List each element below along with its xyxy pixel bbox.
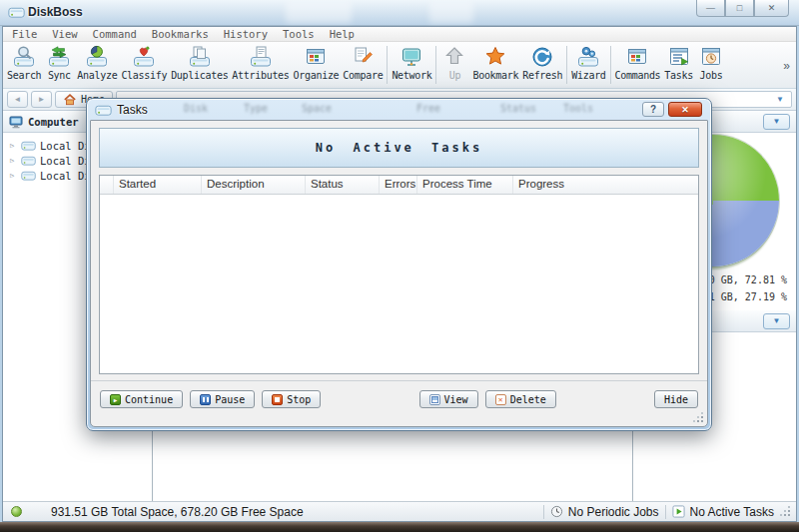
search-icon	[12, 45, 36, 69]
column-process-time[interactable]: Process Time	[417, 176, 513, 194]
toolbar-button-organize[interactable]: Organize	[292, 43, 342, 81]
continue-button[interactable]: ▶ Continue	[100, 390, 183, 408]
toolbar-button-compare[interactable]: Compare	[341, 43, 385, 81]
resize-grip[interactable]	[780, 507, 790, 517]
home-icon	[63, 93, 77, 106]
toolbar-button-wizard[interactable]: Wizard	[569, 43, 607, 81]
toolbar-button-up[interactable]: Up	[438, 43, 470, 81]
statusbar-separator	[543, 505, 544, 519]
drive-icon	[21, 155, 36, 167]
window-bottom-frame	[0, 522, 799, 532]
background-window-ghost	[286, 2, 352, 23]
toolbar-button-classify[interactable]: Classify	[119, 43, 169, 81]
column-errors[interactable]: Errors	[380, 176, 417, 194]
delete-button[interactable]: ✕ Delete	[485, 390, 556, 408]
commands-icon	[625, 45, 649, 69]
status-led-icon	[11, 506, 22, 517]
dialog-drive-icon	[95, 103, 112, 116]
panel-dropdown-button[interactable]: ▼	[763, 313, 790, 329]
jobs-icon	[699, 45, 723, 69]
analyze-icon	[85, 45, 109, 69]
toolbar-button-jobs[interactable]: Jobs	[695, 43, 727, 81]
menu-bookmarks[interactable]: Bookmarks	[152, 28, 209, 40]
pause-button[interactable]: Pause	[190, 390, 255, 408]
tasks-dialog: Tasks Disk Type Space Free Status Tools …	[86, 98, 712, 431]
toolbar-separator	[610, 46, 611, 84]
column-description[interactable]: Description	[202, 176, 306, 194]
address-dropdown-button[interactable]: ▼	[769, 92, 791, 107]
status-bar-right: No Periodic Jobs No Active Tasks	[543, 505, 790, 519]
stop-button[interactable]: Stop	[262, 390, 321, 408]
toolbar-button-bookmark[interactable]: Bookmark	[470, 43, 520, 81]
toolbar-overflow-chevron[interactable]: »	[783, 59, 794, 73]
tasks-dialog-body: No Active Tasks Started Description Stat…	[90, 120, 708, 427]
pause-icon	[200, 394, 211, 405]
minimize-button[interactable]: —	[696, 0, 725, 17]
dialog-separator	[91, 380, 707, 381]
forward-button[interactable]: ►	[31, 91, 52, 108]
tasks-icon	[667, 45, 691, 69]
toolbar-button-duplicates[interactable]: Duplicates	[169, 43, 230, 81]
dialog-help-button[interactable]: ?	[642, 102, 664, 117]
tasks-table[interactable]: Started Description Status Errors Proces…	[99, 175, 699, 374]
column-status[interactable]: Status	[306, 176, 380, 194]
disk-space-status: 931.51 GB Total Space, 678.20 GB Free Sp…	[51, 505, 304, 519]
active-tasks-status[interactable]: No Active Tasks	[672, 505, 774, 519]
maximize-button[interactable]: □	[725, 0, 754, 17]
dialog-title: Tasks	[117, 103, 148, 117]
window-controls: — □ ✕	[696, 0, 789, 17]
view-button[interactable]: View	[419, 390, 478, 408]
app-icon	[8, 5, 25, 18]
window-title: DiskBoss	[28, 5, 83, 19]
menu-file[interactable]: File	[12, 28, 37, 40]
drive-icon	[21, 140, 36, 152]
window-titlebar[interactable]: DiskBoss — □ ✕	[0, 0, 799, 26]
main-toolbar: Search Sync Analyze Classify Duplicates …	[3, 42, 796, 89]
expander-icon[interactable]: ▷	[10, 172, 17, 180]
back-button[interactable]: ◄	[7, 91, 28, 108]
ghost-column-type: Type	[244, 103, 268, 114]
hide-button[interactable]: Hide	[654, 390, 698, 408]
toolbar-button-sync[interactable]: Sync	[43, 43, 75, 81]
up-arrow-icon	[442, 45, 466, 69]
toolbar-separator	[387, 46, 388, 84]
toolbar-button-attributes[interactable]: Attributes	[230, 43, 291, 81]
menu-history[interactable]: History	[224, 28, 268, 40]
tasks-dialog-titlebar[interactable]: Tasks Disk Type Space Free Status Tools …	[87, 99, 711, 120]
view-icon	[429, 394, 440, 405]
expander-icon[interactable]: ▷	[10, 157, 17, 165]
column-progress[interactable]: Progress	[513, 176, 698, 194]
classify-icon	[132, 45, 156, 69]
dialog-resize-grip[interactable]	[691, 410, 703, 422]
table-header-spacer	[100, 176, 114, 194]
play-icon	[672, 505, 685, 518]
column-started[interactable]: Started	[114, 176, 202, 194]
expander-icon[interactable]: ▷	[10, 142, 17, 150]
dialog-close-button[interactable]: ✕	[668, 102, 702, 117]
menu-tools[interactable]: Tools	[283, 28, 315, 40]
status-bar: 931.51 GB Total Space, 678.20 GB Free Sp…	[3, 501, 796, 521]
toolbar-button-network[interactable]: Network	[390, 43, 433, 81]
periodic-jobs-status[interactable]: No Periodic Jobs	[550, 505, 659, 519]
toolbar-button-analyze[interactable]: Analyze	[75, 43, 119, 81]
menu-help[interactable]: Help	[330, 28, 355, 40]
background-window-ghost	[429, 2, 473, 23]
toolbar-button-tasks[interactable]: Tasks	[662, 43, 695, 81]
network-icon	[400, 45, 423, 69]
toolbar-button-refresh[interactable]: Refresh	[520, 43, 564, 81]
panel-dropdown-button[interactable]: ▼	[763, 114, 790, 130]
toolbar-button-commands[interactable]: Commands	[613, 43, 663, 81]
toolbar-button-search[interactable]: Search	[5, 43, 43, 81]
attributes-icon	[249, 45, 273, 69]
ghost-column-status: Status	[500, 103, 536, 114]
menu-command[interactable]: Command	[93, 28, 137, 40]
organize-icon	[304, 45, 328, 69]
stop-icon	[272, 394, 283, 405]
dialog-buttons-row: ▶ Continue Pause Stop View ✕	[100, 390, 698, 408]
close-button[interactable]: ✕	[754, 0, 789, 17]
menu-view[interactable]: View	[52, 28, 77, 40]
no-active-tasks-banner: No Active Tasks	[99, 128, 699, 168]
ghost-column-free: Free	[416, 103, 440, 114]
ghost-column-space: Space	[302, 103, 332, 114]
refresh-icon	[530, 45, 554, 69]
